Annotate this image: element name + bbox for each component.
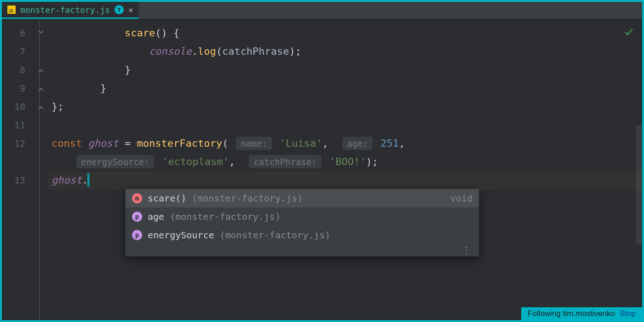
code-line: scare() { — [48, 24, 642, 42]
line-number: 9 — [2, 79, 34, 98]
more-icon[interactable]: ⋮ — [126, 244, 479, 256]
line-number — [2, 153, 34, 171]
line-number: 10 — [2, 98, 34, 116]
code-line: console.log(catchPhrase); — [48, 42, 642, 61]
autocomplete-location: (monster-factory.js) — [170, 211, 281, 222]
code-line: } — [48, 61, 642, 79]
tab-filename: monster-factory.js — [20, 5, 110, 15]
fold-column — [34, 19, 48, 320]
autocomplete-location: (monster-factory.js) — [220, 230, 331, 241]
method-icon: m — [132, 193, 142, 203]
gutter: 6 7 8 9 10 11 12 13 — [2, 19, 34, 320]
code-line: energySource: 'ectoplasm', catchPhrase: … — [48, 153, 642, 171]
line-number: 8 — [2, 61, 34, 79]
line-number: 7 — [2, 42, 34, 61]
tab-bar: JS monster-factory.js T × — [2, 2, 642, 19]
code-line: const ghost = monsterFactory( name: 'Lui… — [48, 134, 642, 153]
code-line: }; — [48, 98, 642, 116]
autocomplete-name: scare() — [148, 193, 186, 204]
autocomplete-popup: m scare() (monster-factory.js) void p ag… — [125, 189, 479, 257]
editor-frame: JS monster-factory.js T × 6 7 8 9 10 11 … — [2, 2, 642, 320]
code-line-active: ghost. — [48, 171, 642, 190]
line-number: 11 — [2, 116, 34, 134]
fold-close-icon[interactable] — [38, 30, 44, 36]
cursor — [88, 174, 89, 186]
editor-body: 6 7 8 9 10 11 12 13 scare() { — [2, 19, 642, 320]
fold-close-icon[interactable] — [38, 85, 44, 92]
autocomplete-item[interactable]: m scare() (monster-factory.js) void — [126, 189, 479, 207]
code-line — [48, 116, 642, 134]
fold-close-icon[interactable] — [38, 104, 44, 110]
line-number: 12 — [2, 134, 34, 153]
stop-following-link[interactable]: Stop — [620, 309, 636, 318]
close-icon[interactable]: × — [128, 5, 133, 15]
fold-close-icon[interactable] — [38, 67, 44, 73]
autocomplete-name: age — [148, 211, 164, 222]
js-file-icon: JS — [7, 6, 16, 14]
file-tab[interactable]: JS monster-factory.js T × — [2, 2, 139, 19]
line-number: 13 — [2, 171, 34, 190]
collab-status-bar: Following tim.mostivenko Stop — [521, 307, 642, 320]
autocomplete-item[interactable]: p energySource (monster-factory.js) — [126, 226, 479, 244]
autocomplete-name: energySource — [148, 230, 214, 241]
autocomplete-return: void — [450, 193, 472, 204]
property-icon: p — [132, 212, 142, 222]
status-text: Following tim.mostivenko — [528, 309, 615, 318]
autocomplete-item[interactable]: p age (monster-factory.js) — [126, 207, 479, 226]
property-icon: p — [132, 230, 142, 240]
collab-badge: T — [115, 5, 124, 14]
code-line: } — [48, 79, 642, 98]
line-number: 6 — [2, 24, 34, 42]
autocomplete-location: (monster-factory.js) — [192, 193, 303, 204]
code-area[interactable]: scare() { console.log(catchPhrase); } } … — [48, 19, 642, 320]
scrollbar[interactable] — [636, 125, 642, 245]
